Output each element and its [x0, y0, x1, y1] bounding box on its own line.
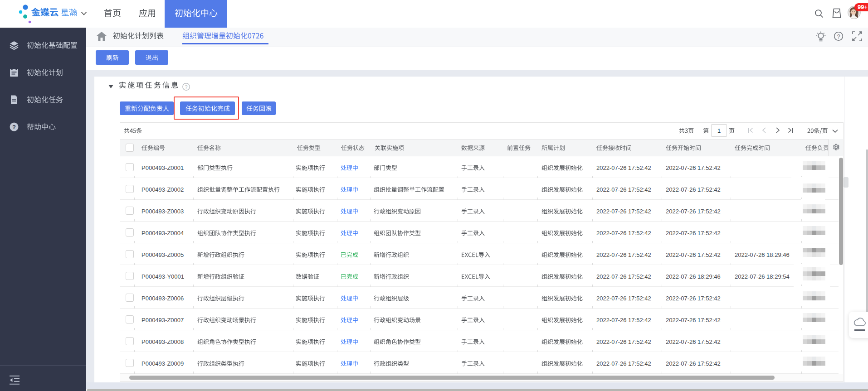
svg-text:?: ?: [837, 33, 840, 40]
svg-text:?: ?: [185, 84, 187, 90]
svg-text:?: ?: [12, 124, 16, 130]
